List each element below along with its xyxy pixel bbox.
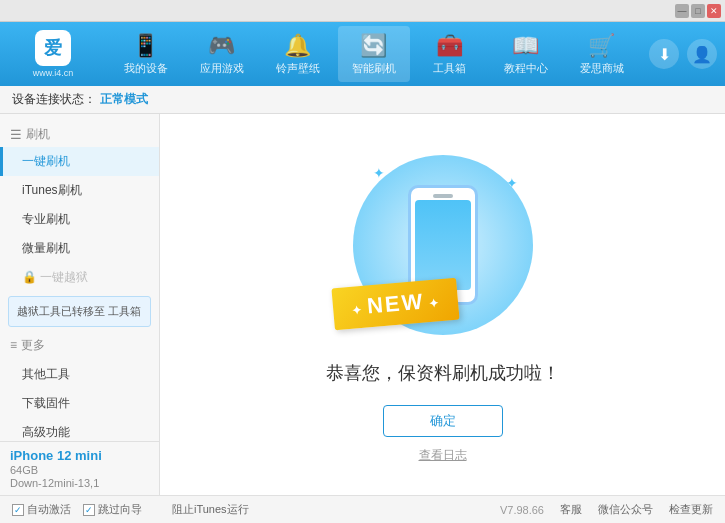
sidebar-item-micro-flash[interactable]: 微量刷机 — [0, 234, 159, 263]
nav-label-tutorials: 教程中心 — [504, 61, 548, 76]
check-update-link[interactable]: 检查更新 — [669, 502, 713, 517]
device-storage: 64GB — [10, 464, 149, 476]
nav-item-tutorials[interactable]: 📖 教程中心 — [490, 26, 562, 82]
nav-label-shop: 爱思商城 — [580, 61, 624, 76]
flash-section-icon: ☰ — [10, 127, 22, 142]
title-bar: — □ ✕ — [0, 0, 725, 22]
phone-top-btn — [433, 194, 453, 198]
nav-items: 📱 我的设备 🎮 应用游戏 🔔 铃声壁纸 🔄 智能刷机 🧰 工具箱 📖 教程中心 — [98, 26, 649, 82]
nav-item-smart-flash[interactable]: 🔄 智能刷机 — [338, 26, 410, 82]
phone-screen — [415, 200, 471, 290]
sidebar-item-itunes-flash[interactable]: iTunes刷机 — [0, 176, 159, 205]
sparkle-2: ✦ — [506, 175, 518, 191]
phone-illustration: ✦ ✦ ✧ NEW — [343, 145, 543, 345]
tutorials-icon: 📖 — [512, 33, 539, 59]
stop-itunes-label: 阻止iTunes运行 — [172, 502, 249, 517]
toolbox-icon: 🧰 — [436, 33, 463, 59]
device-info: iPhone 12 mini 64GB Down-12mini-13,1 — [0, 441, 160, 495]
close-button[interactable]: ✕ — [707, 4, 721, 18]
download-button[interactable]: ⬇ — [649, 39, 679, 69]
nav-right: ⬇ 👤 — [649, 39, 717, 69]
device-name: iPhone 12 mini — [10, 448, 149, 463]
flash-section-title: ☰ 刷机 — [0, 122, 159, 147]
lock-icon: 🔒 — [22, 270, 40, 284]
sparkle-1: ✦ — [373, 165, 385, 181]
sidebar-notice: 越狱工具已转移至 工具箱 — [8, 296, 151, 327]
nav-item-toolbox[interactable]: 🧰 工具箱 — [414, 26, 486, 82]
shop-icon: 🛒 — [588, 33, 615, 59]
device-firmware: Down-12mini-13,1 — [10, 477, 149, 489]
status-bar: 设备连接状态： 正常模式 — [0, 86, 725, 114]
bottom-bar: ✓ 自动激活 ✓ 跳过向导 阻止iTunes运行 V7.98.66 客服 微信公… — [0, 495, 725, 523]
version-text: V7.98.66 — [500, 504, 544, 516]
view-log-link[interactable]: 查看日志 — [419, 447, 467, 464]
more-section-label: 更多 — [21, 337, 45, 354]
nav-label-ringtones: 铃声壁纸 — [276, 61, 320, 76]
smart-flash-icon: 🔄 — [360, 33, 387, 59]
nav-item-ringtones[interactable]: 🔔 铃声壁纸 — [262, 26, 334, 82]
sidebar-item-pro-flash[interactable]: 专业刷机 — [0, 205, 159, 234]
skip-guide-check-icon: ✓ — [83, 504, 95, 516]
nav-label-apps-games: 应用游戏 — [200, 61, 244, 76]
auto-start-label: 自动激活 — [27, 502, 71, 517]
skip-guide-checkbox[interactable]: ✓ 跳过向导 — [83, 502, 142, 517]
nav-item-my-device[interactable]: 📱 我的设备 — [110, 26, 182, 82]
auto-start-checkbox[interactable]: ✓ 自动激活 — [12, 502, 71, 517]
auto-start-check-icon: ✓ — [12, 504, 24, 516]
nav-label-smart-flash: 智能刷机 — [352, 61, 396, 76]
sidebar: ☰ 刷机 一键刷机 iTunes刷机 专业刷机 微量刷机 🔒 一键越狱 越狱工具… — [0, 114, 160, 495]
apps-games-icon: 🎮 — [208, 33, 235, 59]
more-section-title: ≡ 更多 — [0, 331, 159, 360]
success-text: 恭喜您，保资料刷机成功啦！ — [326, 361, 560, 385]
bottom-left: ✓ 自动激活 ✓ 跳过向导 — [12, 502, 500, 517]
sidebar-item-jailbreak: 🔒 一键越狱 — [0, 263, 159, 292]
confirm-button[interactable]: 确定 — [383, 405, 503, 437]
top-nav: 爱 www.i4.cn 📱 我的设备 🎮 应用游戏 🔔 铃声壁纸 🔄 智能刷机 … — [0, 22, 725, 86]
logo-area: 爱 www.i4.cn — [8, 30, 98, 78]
nav-item-shop[interactable]: 🛒 爱思商城 — [566, 26, 638, 82]
status-value: 正常模式 — [100, 91, 148, 108]
bottom-right: V7.98.66 客服 微信公众号 检查更新 — [500, 502, 713, 517]
more-section-icon: ≡ — [10, 338, 17, 352]
user-button[interactable]: 👤 — [687, 39, 717, 69]
skip-guide-label: 跳过向导 — [98, 502, 142, 517]
sidebar-item-one-key-flash[interactable]: 一键刷机 — [0, 147, 159, 176]
maximize-button[interactable]: □ — [691, 4, 705, 18]
support-link[interactable]: 客服 — [560, 502, 582, 517]
wechat-link[interactable]: 微信公众号 — [598, 502, 653, 517]
status-label: 设备连接状态： — [12, 91, 96, 108]
nav-item-apps-games[interactable]: 🎮 应用游戏 — [186, 26, 258, 82]
sidebar-item-download-firmware[interactable]: 下载固件 — [0, 389, 159, 418]
sidebar-item-other-tools[interactable]: 其他工具 — [0, 360, 159, 389]
logo-text: www.i4.cn — [33, 68, 74, 78]
nav-label-toolbox: 工具箱 — [433, 61, 466, 76]
main-area: ☰ 刷机 一键刷机 iTunes刷机 专业刷机 微量刷机 🔒 一键越狱 越狱工具… — [0, 114, 725, 495]
content-area: ✦ ✦ ✧ NEW 恭喜您，保资料刷机成功啦！ 确定 查看日志 — [160, 114, 725, 495]
ringtones-icon: 🔔 — [284, 33, 311, 59]
my-device-icon: 📱 — [132, 33, 159, 59]
minimize-button[interactable]: — — [675, 4, 689, 18]
nav-label-my-device: 我的设备 — [124, 61, 168, 76]
flash-section-label: 刷机 — [26, 126, 50, 143]
logo-icon: 爱 — [35, 30, 71, 66]
